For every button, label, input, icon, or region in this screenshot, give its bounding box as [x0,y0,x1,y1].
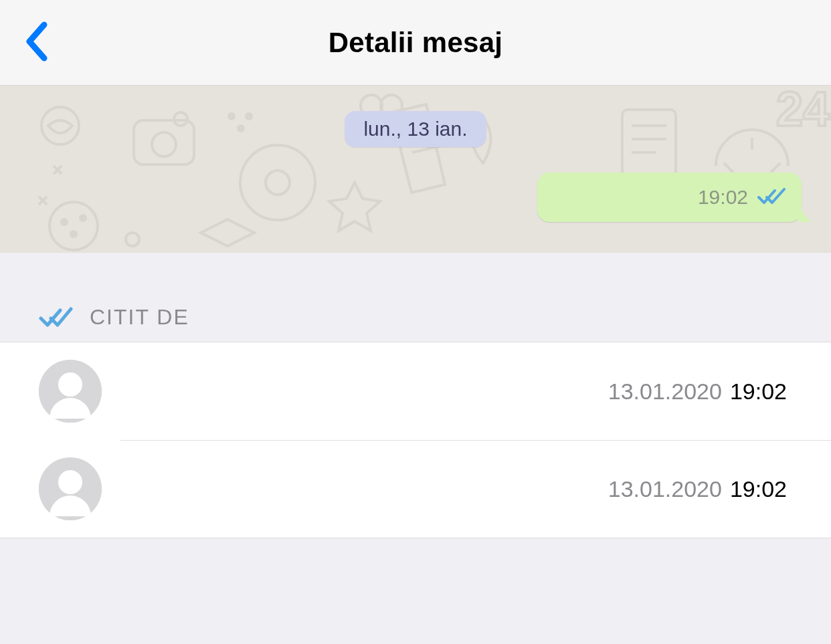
svg-point-21 [62,219,67,225]
svg-point-20 [50,202,98,250]
page-title: Detalii mesaj [0,27,831,59]
svg-point-2 [174,112,187,126]
svg-point-23 [71,231,76,237]
message-time: 19:02 [698,186,748,209]
svg-point-4 [229,114,234,119]
svg-line-18 [771,163,780,173]
svg-text:24: 24 [776,86,830,136]
read-time: 19:02 [730,379,787,405]
svg-point-3 [152,132,176,156]
svg-rect-1 [134,120,194,165]
svg-point-6 [246,114,252,119]
svg-point-0 [41,107,79,144]
read-by-label: CITIT DE [90,305,189,330]
avatar [39,457,102,520]
svg-rect-12 [622,110,676,177]
read-by-header: CITIT DE [0,296,831,342]
section-gap [0,253,831,296]
date-pill: lun., 13 ian. [345,111,486,147]
svg-point-28 [58,470,82,494]
back-button[interactable] [23,21,48,65]
read-by-row[interactable]: 13.01.2020 19:02 [0,342,831,440]
read-time: 19:02 [730,476,787,502]
svg-point-7 [240,145,315,220]
message-bubble[interactable]: 19:02 [537,173,802,222]
chat-preview-area: 24 lun., 13 ian. 19:02 [0,86,831,253]
avatar [39,360,102,423]
header-bar: Detalii mesaj [0,0,831,86]
svg-point-22 [80,215,86,221]
svg-point-26 [58,372,82,397]
chevron-left-icon [23,21,48,62]
read-date: 13.01.2020 [608,476,722,502]
double-check-read-icon [757,188,787,207]
double-check-read-icon [39,307,74,328]
person-icon [39,457,102,520]
read-by-row[interactable]: 13.01.2020 19:02 [0,440,831,538]
svg-point-24 [126,233,139,246]
svg-point-8 [266,171,290,195]
read-by-list: 13.01.2020 19:02 13.01.2020 19:02 [0,342,831,538]
svg-line-16 [724,163,733,173]
svg-point-5 [238,126,244,131]
read-date: 13.01.2020 [608,379,722,405]
person-icon [39,360,102,423]
